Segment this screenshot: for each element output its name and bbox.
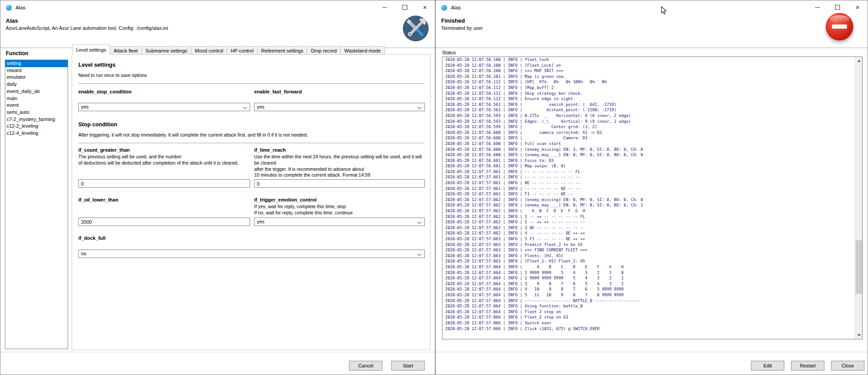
log-line: 2020-05-28 12:07:56.112 | INFO | [Map_bu…	[445, 85, 854, 91]
close-button[interactable]: ✕	[848, 0, 868, 14]
settings-tab[interactable]: Retirement settings	[257, 46, 308, 55]
window-title: Alas	[16, 5, 25, 10]
settings-tab[interactable]: Submarine settings	[142, 46, 191, 55]
chevron-down-icon	[418, 105, 422, 109]
log-line: 2020-05-28 12:07:57.063 | INFO | [Fleet_…	[445, 258, 854, 264]
chevron-down-icon	[418, 252, 422, 256]
maximize-button[interactable]	[395, 0, 415, 14]
minimize-button[interactable]	[807, 0, 827, 14]
page-subtitle: AzurLaneAutoScript, An Azur Lane automat…	[6, 25, 168, 31]
desc-if-trigger-emotion-control: If yes, wait for reply, complete this ti…	[254, 204, 425, 216]
label-if-oil-lower-than: if_oil_lower_than	[78, 197, 250, 202]
label-if-dock-full: if_dock_full	[78, 235, 250, 241]
log-line: 2020-05-28 12:07:57.063 | INFO | 5 F1 --…	[445, 236, 854, 242]
settings-tab[interactable]: HP control	[227, 46, 257, 55]
minimize-icon	[382, 7, 387, 8]
log-line: 2020-05-28 12:07:56.112 | INFO | Ensure …	[445, 96, 854, 102]
divider	[78, 83, 425, 84]
close-window-button[interactable]: Close	[831, 361, 864, 371]
footer-separator	[0, 352, 435, 352]
cancel-button[interactable]: Cancel	[349, 361, 382, 371]
function-list-item[interactable]: emulator	[5, 74, 68, 81]
enable-stop-condition-select[interactable]: yes	[78, 103, 250, 111]
settings-tab[interactable]: Attack fleet	[110, 46, 142, 55]
if-oil-lower-than-input[interactable]	[78, 218, 250, 226]
edit-button[interactable]: Edit	[751, 361, 784, 371]
scroll-down-button[interactable]	[855, 331, 863, 339]
alas-app-icon	[441, 4, 448, 11]
function-list-item[interactable]: setting	[5, 60, 68, 67]
section-title-stop-condition: Stop condition	[78, 121, 117, 128]
divider	[78, 143, 425, 143]
section-desc-level-settings: Need to run once to save options	[78, 73, 147, 78]
function-list-item[interactable]: semi_auto	[5, 109, 68, 116]
if-count-greater-than-input[interactable]	[78, 179, 250, 188]
if-time-reach-input[interactable]	[254, 179, 425, 188]
start-button[interactable]: Start	[391, 361, 425, 371]
no-entry-icon	[826, 13, 853, 40]
log-line: 2020-05-28 12:07:56.593 | INFO | 0.175s …	[445, 113, 854, 119]
function-list[interactable]: setting reward emulator daily event_dail…	[5, 60, 68, 349]
log-line: 2020-05-28 12:07:57.066 | INFO | Click (…	[445, 326, 854, 332]
function-list-item[interactable]: event	[5, 102, 68, 109]
log-line: 2020-05-28 12:07:57.062 | INFO | 3 0E --…	[445, 225, 854, 231]
arrow-down-icon	[857, 334, 861, 336]
log-line: 2020-05-28 12:07:56.101 | INFO | Map is …	[445, 74, 854, 80]
log-output[interactable]: 2020-05-28 12:07:56.100 | INFO | fleet_l…	[442, 56, 863, 339]
function-list-item[interactable]: event_daily_ab	[5, 88, 68, 95]
section-title-level-settings: Level settings	[78, 62, 115, 68]
log-line: 2020-05-28 12:07:57.064 | INFO | 5 11 10…	[445, 292, 854, 298]
log-line: 2020-05-28 12:07:57.061 | INFO | 0E -- -…	[445, 180, 854, 186]
arrow-up-icon	[857, 60, 861, 62]
log-line: 2020-05-28 12:07:56.600 | INFO | Full sc…	[445, 141, 854, 147]
if-trigger-emotion-control-select[interactable]: yes	[254, 218, 425, 226]
log-line: 2020-05-28 12:07:56.600 | INFO | [enemy_…	[445, 152, 854, 158]
function-list-item[interactable]: c7-2_mystery_farming	[5, 116, 68, 123]
settings-tab[interactable]: Mood control	[191, 46, 227, 55]
maximize-icon	[835, 5, 840, 10]
log-line: 2020-05-28 12:07:57.061 | INFO | -- -- -…	[445, 169, 854, 175]
chevron-down-icon	[418, 220, 422, 224]
minimize-icon	[815, 7, 820, 8]
level-settings-pane: Level settings Need to run once to save …	[72, 54, 430, 350]
close-button[interactable]: ✕	[415, 0, 435, 14]
log-line: 2020-05-28 12:07:56.100 | INFO | [Fleet_…	[445, 63, 854, 69]
enable-fast-forward-select[interactable]: yes	[254, 103, 425, 111]
scrollbar-thumb[interactable]	[856, 240, 862, 294]
restart-button[interactable]: Restart	[791, 361, 824, 371]
function-list-item[interactable]: daily	[5, 81, 68, 88]
section-desc-stop-condition: After triggering, it will not stop immed…	[78, 132, 308, 137]
log-line: 2020-05-28 12:07:57.063 | INFO | Predict…	[445, 242, 854, 248]
settings-tab[interactable]: Drop record	[307, 46, 341, 55]
function-list-item[interactable]: c12-2_leveling	[5, 123, 68, 130]
function-list-item[interactable]: main	[5, 95, 68, 102]
function-list-item[interactable]: c12-4_leveling	[5, 130, 68, 137]
alas-log-window: Alas ✕ Finished Terminated by user Statu…	[435, 0, 868, 375]
log-line: 2020-05-28 12:07:57.062 | INFO | 2 -- ++…	[445, 219, 854, 225]
desc-if-time-reach: Use the time within the next 24 hours, t…	[254, 154, 425, 178]
log-line: 2020-05-28 12:07:57.062 | INFO | 1 -- ++…	[445, 214, 854, 220]
log-line: 2020-05-28 12:07:56.561 | INFO | distant…	[445, 107, 854, 113]
log-scrollbar[interactable]	[855, 57, 862, 339]
log-line: 2020-05-28 12:07:56.561 | INFO | vanish_…	[445, 102, 854, 108]
log-line: 2020-05-28 12:07:56.100 | INFO | <<< MAP…	[445, 68, 854, 74]
settings-tab[interactable]: Wasteland mode	[340, 46, 385, 55]
log-line: 2020-05-28 12:07:56.600 | INFO | camera …	[445, 130, 854, 136]
maximize-icon	[402, 5, 407, 10]
minimize-button[interactable]	[375, 0, 395, 14]
scroll-up-button[interactable]	[855, 57, 863, 65]
label-if-time-reach: if_time_reach	[254, 147, 425, 153]
if-dock-full-select[interactable]: no	[78, 250, 425, 258]
log-line: 2020-05-28 12:07:57.064 | INFO | 2 9999 …	[445, 275, 854, 281]
label-enable-stop-condition: enable_stop_condition	[78, 89, 250, 94]
log-line: 2020-05-28 12:07:57.064 | INFO | 1 9999 …	[445, 270, 854, 276]
function-list-item[interactable]: reward	[5, 67, 68, 74]
settings-tab[interactable]: Level settings	[72, 44, 110, 55]
log-line: 2020-05-28 12:07:56.100 | INFO | fleet_l…	[445, 57, 854, 63]
log-line: 2020-05-28 12:07:56.111 | INFO | [HP] 97…	[445, 79, 854, 85]
maximize-button[interactable]	[827, 0, 848, 14]
log-line: 2020-05-28 12:07:57.062 | INFO | [enemy_…	[445, 197, 854, 203]
status-label: Status	[442, 50, 456, 55]
screen: Alas ✕ Alas AzurLaneAutoScript, An Azur …	[0, 0, 868, 375]
log-line: 2020-05-28 12:07:56.601 | INFO | Focus t…	[445, 158, 854, 164]
